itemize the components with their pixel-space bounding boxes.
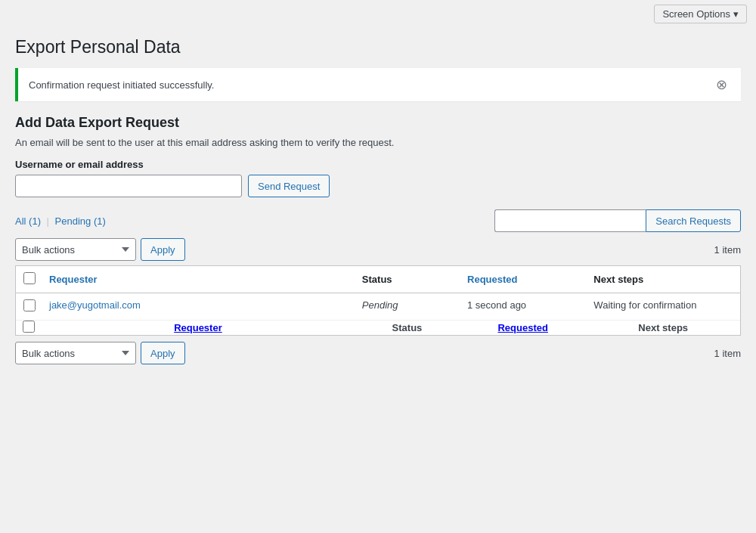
filter-links: All (1) | Pending (1) [15,215,106,227]
username-email-label: Username or email address [15,159,741,170]
add-request-description: An email will be sent to the user at thi… [15,137,741,148]
top-bulk-apply-button[interactable]: Apply [141,238,185,261]
table-header-requested: Requested [460,266,586,293]
filter-all-label: All [15,215,26,227]
next-steps-text: Waiting for confirmation [593,299,696,311]
send-request-button[interactable]: Send Request [248,175,330,197]
requests-table-wrap: Requester Status Requested Next steps ja… [15,265,741,336]
row-checkbox-cell [16,293,42,321]
search-row: Search Requests [494,209,741,232]
row-status-cell: Pending [355,293,460,321]
screen-options-label: Screen Options [662,8,730,20]
main-content: Export Personal Data Confirmation reques… [0,28,756,380]
top-bulk-actions-select[interactable]: Bulk actions [15,238,136,261]
table-footer-next-steps: Next steps [586,321,740,336]
table-footer-row: Requester Status Requested Next steps [16,321,740,336]
table-header-status: Status [355,266,460,293]
username-email-input[interactable] [15,175,242,197]
page-title: Export Personal Data [15,37,741,57]
screen-options-button[interactable]: Screen Options ▾ [654,5,747,23]
bottom-bulk-actions-left: Bulk actions Apply [15,342,185,364]
bottom-bulk-actions-row: Bulk actions Apply 1 item [15,342,741,364]
table-header-checkbox [16,266,42,293]
top-item-count: 1 item [714,244,741,256]
table-header-next-steps: Next steps [586,266,740,293]
top-bar: Screen Options ▾ [0,0,756,28]
table-footer-requested: Requested [460,321,586,336]
filter-pending-count: (1) [94,215,106,227]
filter-separator: | [47,215,49,227]
requester-footer-sort-link[interactable]: Requester [174,322,222,333]
requester-sort-link[interactable]: Requester [49,274,98,285]
table-footer-requester: Requester [42,321,355,336]
notice-text: Confirmation request initiated successfu… [29,79,214,91]
table-row: jake@yugotmail.com Pending 1 second ago … [16,293,740,321]
filter-pending-link[interactable]: Pending (1) [55,215,106,227]
notice-close-button[interactable]: ⊗ [712,76,730,94]
requested-sort-link[interactable]: Requested [467,274,517,285]
search-input[interactable] [494,209,646,232]
bottom-bulk-actions-select[interactable]: Bulk actions [15,342,136,364]
requested-time: 1 second ago [467,299,526,311]
success-notice: Confirmation request initiated successfu… [15,68,741,101]
select-all-checkbox[interactable] [23,272,36,284]
select-all-bottom-checkbox[interactable] [23,321,35,333]
add-request-section: Add Data Export Request An email will be… [15,115,741,197]
close-icon: ⊗ [716,78,727,91]
row-requested-cell: 1 second ago [460,293,586,321]
requester-email-link[interactable]: jake@yugotmail.com [49,299,141,311]
requested-footer-sort-link[interactable]: Requested [497,322,547,333]
requests-table: Requester Status Requested Next steps ja… [16,266,740,335]
filter-all-link[interactable]: All (1) [15,215,44,227]
search-requests-button[interactable]: Search Requests [646,209,741,232]
filter-pending-label: Pending [55,215,91,227]
status-badge: Pending [362,299,398,311]
filters-row: All (1) | Pending (1) Search Requests [15,209,741,232]
row-next-steps-cell: Waiting for confirmation [586,293,740,321]
table-footer-checkbox [16,321,42,336]
row-requester-cell: jake@yugotmail.com [42,293,355,321]
bottom-item-count: 1 item [714,348,741,359]
top-bulk-actions-row: Bulk actions Apply 1 item [15,238,741,261]
top-bulk-actions-left: Bulk actions Apply [15,238,185,261]
bottom-bulk-apply-button[interactable]: Apply [141,342,185,364]
table-header-row: Requester Status Requested Next steps [16,266,740,293]
add-request-title: Add Data Export Request [15,115,741,131]
table-footer-status: Status [355,321,460,336]
row-checkbox[interactable] [23,299,36,311]
chevron-down-icon: ▾ [733,8,739,20]
table-header-requester: Requester [42,266,355,293]
send-request-row: Send Request [15,175,741,197]
filter-all-count: (1) [29,215,41,227]
